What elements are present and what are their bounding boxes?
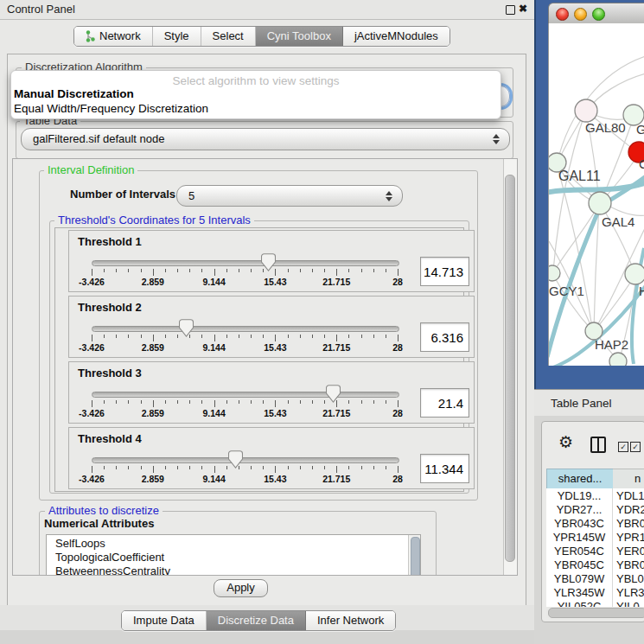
thresholds-group-label: Threshold's Coordinates for 5 Intervals — [54, 214, 254, 226]
table-panel-titlebar: Table Panel — [534, 389, 644, 417]
top-tab-bar: Network Style Select Cyni Toolbox jActiv… — [73, 26, 450, 47]
network-graph: GAL80 GA GAL11 C GAL4 GCY1 H HAP2 — [549, 23, 644, 366]
numerical-attributes-list[interactable]: SelfLoops TopologicalCoefficient Between… — [46, 534, 421, 576]
tab-network-label: Network — [99, 29, 141, 42]
gear-icon[interactable]: ⚙ — [558, 434, 573, 450]
threshold-1-scale-labels: -3.4262.8599.14415.4321.71528 — [92, 277, 398, 288]
threshold-2-slider[interactable] — [92, 326, 399, 332]
apply-button[interactable]: Apply — [214, 579, 268, 597]
threshold-2-box: Threshold 2 -3.4262.8599.14415.4321.7152… — [68, 296, 475, 358]
spinner-arrows-icon — [386, 191, 393, 201]
tab-style-label: Style — [164, 29, 189, 42]
node-label-partial-h: H — [639, 284, 644, 298]
tab-network[interactable]: Network — [74, 27, 153, 46]
node-partial-bottom — [609, 353, 627, 366]
table-panel-body: ⚙ ✓ ✓ shared... n YDL19...YDL1 YDR27...Y… — [534, 416, 644, 644]
tab-discretize-data[interactable]: Discretize Data — [207, 611, 306, 630]
settings-scrollbar-thumb[interactable] — [505, 175, 515, 562]
threshold-4-scale-labels: -3.4262.8599.14415.4321.71528 — [92, 474, 398, 485]
threshold-1-slider-thumb[interactable] — [261, 253, 276, 271]
table-row[interactable]: YDR27...YDR2 — [546, 503, 644, 517]
tab-select[interactable]: Select — [201, 27, 256, 46]
table-row[interactable]: YIL052CYIL0 — [546, 600, 644, 607]
tab-infer-network[interactable]: Infer Network — [306, 611, 395, 630]
unselect-columns-icon[interactable]: ✓ — [630, 442, 641, 452]
minimize-traffic-light-icon[interactable] — [574, 8, 587, 21]
table-row[interactable]: YDL19...YDL1 — [546, 489, 644, 503]
spinner-arrows-icon — [493, 134, 501, 144]
table-panel-title: Table Panel — [551, 397, 612, 410]
threshold-2-slider-thumb[interactable] — [179, 319, 194, 337]
close-traffic-light-icon[interactable] — [556, 8, 569, 21]
number-of-intervals-combobox[interactable]: 5 — [176, 185, 403, 207]
threshold-1-slider[interactable] — [92, 260, 399, 266]
select-all-columns-icon[interactable]: ✓ — [618, 442, 628, 452]
table-row[interactable]: YBL079WYBL0 — [546, 572, 644, 586]
threshold-1-label: Threshold 1 — [78, 235, 142, 248]
network-canvas[interactable]: GAL80 GA GAL11 C GAL4 GCY1 H HAP2 — [548, 23, 644, 366]
threshold-3-box: Threshold 3 -3.4262.8599.14415.4321.7152… — [68, 361, 475, 424]
numerical-attributes-label: Numerical Attributes — [44, 517, 154, 530]
zoom-traffic-light-icon[interactable] — [592, 8, 605, 21]
float-window-icon[interactable] — [506, 5, 515, 15]
node-table[interactable]: YDL19...YDL1 YDR27...YDR2 YBR043CYBR0 YP… — [546, 488, 644, 607]
attributes-group-label: Attributes to discretize — [45, 504, 163, 517]
algorithm-dropdown-popup: Select algorithm to view settings Manual… — [10, 70, 501, 119]
threshold-4-box: Threshold 4 -3.4262.8599.14415.4321.7152… — [68, 427, 475, 489]
list-item[interactable]: BetweennessCentrality — [55, 564, 170, 576]
node-label-gal80: GAL80 — [585, 120, 626, 135]
threshold-1-value-field[interactable] — [420, 257, 469, 286]
node-label-hap2: HAP2 — [595, 337, 628, 352]
column-header-name[interactable]: n — [613, 469, 644, 490]
table-data-combobox[interactable]: galFiltered.sif default node — [21, 128, 510, 150]
column-layout-icon[interactable] — [590, 437, 606, 453]
settings-scrollbar-track[interactable] — [503, 159, 517, 575]
tab-impute-data-label: Impute Data — [133, 614, 194, 627]
table-panel-inner: ⚙ ✓ ✓ shared... n YDL19...YDL1 YDR27...Y… — [541, 421, 644, 622]
network-window-titlebar[interactable] — [548, 3, 644, 25]
threshold-3-scale-labels: -3.4262.8599.14415.4321.71528 — [92, 408, 398, 419]
tab-discretize-data-label: Discretize Data — [218, 614, 294, 627]
list-item[interactable]: SelfLoops — [55, 537, 105, 550]
column-header-shared[interactable]: shared... — [546, 469, 614, 490]
threshold-3-value-field[interactable] — [420, 388, 469, 418]
algorithm-option-manual[interactable]: Manual Discretization — [14, 87, 134, 100]
table-horizontal-scrollbar[interactable] — [546, 607, 644, 618]
algorithm-option-equal-width[interactable]: Equal Width/Frequency Discretization — [14, 102, 208, 115]
number-of-intervals-value: 5 — [188, 189, 194, 202]
control-panel-titlebar: Control Panel ✖ — [0, 0, 534, 20]
threshold-4-slider-thumb[interactable] — [228, 450, 243, 469]
close-icon[interactable]: ✖ — [519, 3, 527, 15]
table-row[interactable]: YBR045CYBR0 — [546, 558, 644, 572]
node-h — [625, 264, 644, 284]
node-gal80 — [575, 99, 597, 122]
node-label-partial-ga: GA — [636, 122, 644, 137]
table-row[interactable]: YER054CYER0 — [546, 545, 644, 558]
tab-style[interactable]: Style — [153, 27, 201, 46]
attributes-list-scrollbar[interactable] — [408, 535, 420, 575]
table-row[interactable]: YBR043CYBR0 — [546, 517, 644, 531]
tab-impute-data[interactable]: Impute Data — [122, 611, 207, 630]
table-data-combobox-value: galFiltered.sif default node — [33, 132, 164, 145]
threshold-3-slider-thumb[interactable] — [326, 385, 341, 403]
threshold-4-value-field[interactable] — [420, 454, 469, 483]
column-header-name-label: n — [634, 469, 641, 488]
table-row[interactable]: YPR145WYPR1 — [546, 531, 644, 545]
node-gcy1 — [549, 265, 560, 281]
tab-select-label: Select — [213, 29, 244, 42]
network-nodes[interactable] — [549, 99, 644, 366]
table-horizontal-scrollbar-thumb[interactable] — [548, 608, 644, 618]
tab-jactivemnodules[interactable]: jActiveMNodules — [343, 27, 450, 46]
threshold-2-value-field[interactable] — [420, 322, 469, 352]
tab-jactivemnodules-label: jActiveMNodules — [354, 29, 438, 42]
threshold-3-label: Threshold 3 — [78, 367, 142, 379]
list-item[interactable]: TopologicalCoefficient — [55, 551, 164, 564]
table-row[interactable]: YLR345WYLR3 — [546, 586, 644, 600]
panel-title: Control Panel — [7, 3, 75, 16]
threshold-3-slider[interactable] — [92, 392, 399, 398]
tab-cyni-toolbox[interactable]: Cyni Toolbox — [256, 27, 343, 46]
settings-scrollpane: Interval Definition Number of Intervals … — [12, 158, 518, 576]
network-window[interactable]: GAL80 GA GAL11 C GAL4 GCY1 H HAP2 — [548, 3, 644, 366]
algorithm-placeholder: Select algorithm to view settings — [11, 74, 501, 87]
threshold-4-slider[interactable] — [92, 457, 399, 463]
